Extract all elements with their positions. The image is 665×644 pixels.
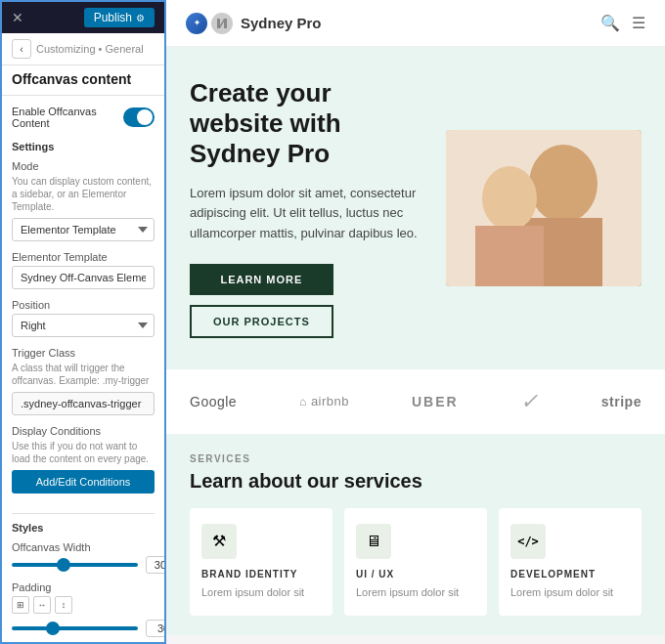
breadcrumb: Customizing • General — [36, 43, 144, 55]
hero-title: Create your website with Sydney Pro — [190, 78, 426, 170]
service-card-ui-ux: 🖥 UI / UX Lorem ipsum dolor sit — [344, 508, 487, 616]
display-conditions-label: Display Conditions — [12, 425, 155, 437]
brands-section: Google ⌂ airbnb UBER ✓ stripe — [166, 369, 665, 434]
padding-horizontal-icon[interactable]: ↔ — [33, 596, 51, 614]
site-header: ✦ Sydney Pro 🔍 ☰ — [166, 0, 665, 47]
top-bar: ✕ Publish ⚙ — [2, 2, 164, 33]
padding-input[interactable] — [146, 620, 164, 637]
logo-circle-icon: ✦ — [186, 13, 207, 34]
development-name: DEVELOPMENT — [510, 569, 630, 580]
position-select[interactable]: Right Left — [12, 314, 155, 337]
services-section: SERVICES Learn about our services ⚒ BRAN… — [166, 434, 665, 635]
back-button[interactable]: ‹ — [12, 39, 31, 59]
development-desc: Lorem ipsum dolor sit — [510, 585, 630, 600]
offcanvas-width-slider[interactable] — [12, 563, 138, 567]
learn-more-button[interactable]: LEARN MORE — [190, 264, 333, 295]
logo-icon: ✦ — [186, 13, 233, 34]
mode-label: Mode — [12, 160, 155, 172]
trigger-class-input[interactable] — [12, 392, 155, 415]
mode-select[interactable]: Elementor Template Custom Content Sideba… — [12, 218, 155, 241]
brand-stripe: stripe — [601, 394, 642, 409]
right-panel: ✦ Sydney Pro 🔍 ☰ Create your website wit… — [166, 0, 665, 644]
services-title: Learn about our services — [190, 470, 642, 493]
offcanvas-width-row — [12, 556, 155, 574]
brand-identity-desc: Lorem ipsum dolor sit — [201, 585, 321, 600]
padding-label: Padding — [12, 581, 155, 593]
search-icon[interactable]: 🔍 — [600, 14, 620, 32]
padding-slider[interactable] — [12, 626, 138, 630]
brand-nike: ✓ — [520, 389, 539, 414]
gear-icon: ⚙ — [136, 13, 145, 23]
hero-section: Create your website with Sydney Pro Lore… — [166, 47, 665, 369]
trigger-class-desc: A class that will trigger the offcanvas.… — [12, 362, 155, 387]
enable-offcanvas-toggle[interactable] — [123, 107, 155, 127]
settings-section-title: Settings — [12, 141, 155, 152]
elementor-template-label: Elementor Template — [12, 251, 155, 263]
brand-airbnb: ⌂ airbnb — [299, 394, 349, 408]
offcanvas-width-input[interactable] — [146, 556, 164, 574]
menu-icon[interactable]: ☰ — [632, 14, 645, 32]
hero-content: Create your website with Sydney Pro Lore… — [190, 78, 426, 338]
hero-image — [446, 130, 642, 286]
hero-description: Lorem ipsum dolor sit amet, consectetur … — [190, 184, 426, 244]
brand-uber: UBER — [412, 394, 459, 409]
position-label: Position — [12, 299, 155, 311]
enable-offcanvas-label: Enable Offcanvas Content — [12, 106, 123, 129]
ui-ux-desc: Lorem ipsum dolor sit — [356, 585, 475, 600]
elementor-template-input[interactable] — [12, 266, 155, 289]
close-button[interactable]: ✕ — [12, 10, 23, 25]
panel-title: Offcanvas content — [2, 65, 164, 96]
services-label: SERVICES — [190, 453, 642, 464]
logo-n-icon — [211, 13, 233, 34]
trigger-class-label: Trigger Class — [12, 347, 155, 359]
left-panel: ✕ Publish ⚙ ‹ Customizing • General Offc… — [0, 0, 166, 644]
ui-ux-icon: 🖥 — [356, 524, 391, 559]
our-projects-button[interactable]: OUR PROJECTS — [190, 305, 333, 338]
service-card-development: </> DEVELOPMENT Lorem ipsum dolor sit — [499, 508, 642, 616]
offcanvas-width-label: Offcanvas Width — [12, 541, 155, 553]
display-conditions-desc: Use this if you do not want to load the … — [12, 440, 155, 465]
ui-ux-name: UI / UX — [356, 569, 475, 580]
panel-body: Enable Offcanvas Content Settings Mode Y… — [2, 96, 164, 642]
site-logo: ✦ Sydney Pro — [186, 13, 322, 34]
development-icon: </> — [510, 524, 546, 559]
styles-section-title: Styles — [12, 522, 155, 534]
hero-buttons: LEARN MORE OUR PROJECTS — [190, 264, 333, 338]
site-logo-text: Sydney Pro — [241, 15, 322, 31]
enable-toggle-row: Enable Offcanvas Content — [12, 106, 155, 129]
padding-row — [12, 620, 155, 637]
hero-image-placeholder — [446, 130, 642, 286]
mode-desc: You can display custom content, a sideba… — [12, 175, 155, 213]
padding-all-icon[interactable]: ⊞ — [12, 596, 29, 614]
brand-google: Google — [190, 394, 237, 409]
padding-icons: ⊞ ↔ ↕ — [12, 596, 155, 614]
brand-identity-name: BRAND IDENTITY — [201, 569, 321, 580]
header-icons: 🔍 ☰ — [600, 14, 645, 32]
breadcrumb-row: ‹ Customizing • General — [2, 33, 164, 65]
padding-vertical-icon[interactable]: ↕ — [55, 596, 72, 614]
add-edit-conditions-button[interactable]: Add/Edit Conditions — [12, 470, 155, 494]
service-card-brand-identity: ⚒ BRAND IDENTITY Lorem ipsum dolor sit — [190, 508, 332, 616]
publish-button[interactable]: Publish ⚙ — [84, 8, 155, 27]
services-grid: ⚒ BRAND IDENTITY Lorem ipsum dolor sit 🖥… — [190, 508, 642, 616]
brand-identity-icon: ⚒ — [201, 524, 237, 559]
